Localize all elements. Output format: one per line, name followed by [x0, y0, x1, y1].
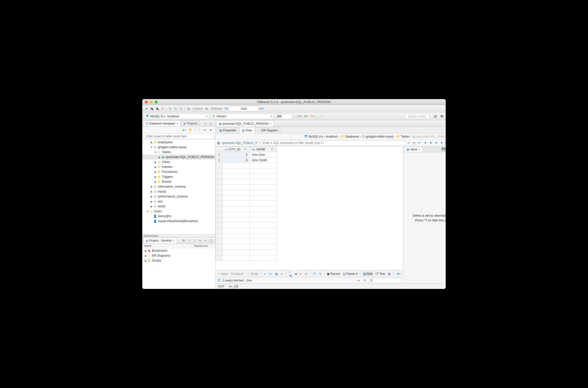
new-conn-icon[interactable]: ⬈+ — [182, 127, 187, 132]
project-item[interactable]: ▶⛬ER Diagrams — [142, 253, 215, 258]
link-editor-icon[interactable]: ⇆ — [203, 127, 207, 132]
tree-node[interactable]: ▶☰information_schema — [142, 184, 215, 189]
disconnect-icon[interactable]: 🔌 — [155, 106, 160, 111]
project-item[interactable]: ▶🔖Bookmarks — [142, 248, 215, 253]
new-connection-icon[interactable]: ⬈ — [144, 106, 149, 111]
txn-mode-icon[interactable]: T▾ — [224, 106, 229, 111]
tree-node[interactable]: ▼☰gridgain-kafka-mysql — [142, 145, 215, 150]
bc-database[interactable]: ☰gridgain-kafka-mysql — [362, 135, 393, 138]
tree-node[interactable]: 👤demo@% — [142, 214, 215, 219]
tab-project-general[interactable]: ▣ Project - General ✕ — [143, 238, 177, 243]
close-tab-icon[interactable]: ✕ — [176, 122, 178, 125]
grid-mode-button[interactable]: ▦Grid — [362, 272, 373, 276]
close-tab-icon[interactable]: ✕ — [173, 239, 175, 242]
row-add-icon[interactable]: ≡ — [263, 272, 267, 276]
project-item[interactable]: ▶📜Scripts — [142, 258, 215, 263]
expand-filter-icon[interactable]: ⤢ — [407, 141, 412, 146]
save-button[interactable]: ✓Save — [217, 272, 229, 276]
rollback-label[interactable]: Rollback — [210, 107, 223, 110]
maximize-view-icon[interactable]: ▢ — [208, 121, 213, 126]
filter-clear-icon[interactable]: ▼ — [434, 141, 439, 146]
row-delete-icon[interactable]: ▦ — [274, 272, 279, 276]
tree-node[interactable]: ▶📁Indexes — [142, 164, 215, 169]
rollback-icon[interactable]: ▣ — [204, 106, 209, 111]
expand-icon[interactable]: ⊞ — [192, 238, 197, 243]
txn-mode-combo[interactable]: Auto — [229, 106, 258, 111]
import-icon[interactable]: ⇲ — [318, 272, 322, 276]
quick-access-input[interactable]: Quick Access — [405, 114, 429, 119]
filter-remove-icon[interactable]: ▼ — [428, 141, 433, 146]
commit-icon[interactable]: ▣ — [186, 106, 191, 111]
txn-history-icon[interactable]: ⟳▾ — [259, 106, 264, 111]
minimize-view-icon[interactable]: ─ — [203, 121, 208, 126]
tree-node[interactable]: ▶☰mysql — [142, 189, 215, 194]
tree-scrollbar[interactable] — [142, 234, 215, 237]
sql-editor-new-icon[interactable]: ⎘ — [173, 106, 178, 111]
tree-node[interactable]: ▶📁employees — [142, 140, 215, 145]
connect-icon[interactable]: 🔌 — [149, 106, 154, 111]
subtab-er-diagram[interactable]: ⛬ER Diagram — [255, 127, 281, 133]
script-button[interactable]: 📄Script — [245, 272, 259, 276]
text-mode-button[interactable]: <TText — [374, 272, 386, 276]
tree-node[interactable]: 👤mysql.infoschema@localhost — [142, 219, 215, 224]
col-name-header[interactable]: Name — [142, 244, 192, 248]
sql-editor-icon[interactable]: ⎘ — [168, 106, 173, 111]
tree-node[interactable]: ▼🗂Users — [142, 209, 215, 214]
tree-node[interactable]: ▶☰performance_schema — [142, 194, 215, 199]
col-datasource-header[interactable]: DataSource — [192, 244, 210, 248]
sql-filter-input[interactable] — [261, 141, 406, 146]
navigator-tree[interactable]: ▶📁employees▼☰gridgain-kafka-mysql▼🗂Table… — [142, 140, 215, 234]
dbeaver-perspective-icon[interactable]: 🐿 — [439, 114, 444, 119]
invalidate-icon[interactable]: ⤫ — [160, 106, 165, 111]
row-copy-icon[interactable]: ≡+ — [268, 272, 273, 276]
tree-node[interactable]: ▶📁Events — [142, 179, 215, 184]
value-tab[interactable]: ▣ Value ✕ — [404, 147, 423, 152]
record-button[interactable]: ▣Record — [326, 272, 341, 276]
save-value-icon[interactable]: 💾 — [441, 147, 446, 152]
row-limit-input[interactable] — [275, 114, 292, 119]
data-grid[interactable]: 123CITY_ID▼ ↕ABCNAME▼ ↕13John Doe24John … — [216, 146, 403, 270]
cancel-button[interactable]: ✕Cancel — [230, 272, 244, 276]
search-icon[interactable]: ✎▾ — [310, 114, 315, 119]
new-folder-icon[interactable]: 📁 — [188, 127, 193, 132]
filter-settings-icon[interactable]: ▼ — [439, 141, 444, 146]
history-icon[interactable]: ⟳ — [417, 141, 422, 146]
subtab-data[interactable]: ▦Data — [239, 127, 255, 133]
tree-node[interactable]: ▶📁Triggers — [142, 174, 215, 179]
schema-combo[interactable]: ☰ <None> ▾ — [211, 114, 274, 119]
bc-tables[interactable]: 📁Tables — [396, 135, 409, 138]
tab-database-navigator[interactable]: ☰ Database Navigator ✕ — [143, 121, 180, 126]
scroll-icon[interactable]: ⇔ — [356, 278, 361, 283]
tree-node[interactable]: ▶☰sys — [142, 199, 215, 204]
undo-icon[interactable]: ↶ — [319, 114, 324, 119]
filter-tab-label[interactable]: quickstart-SQL_PUBLIC_P — [221, 141, 258, 145]
first-page-icon[interactable]: |◀ — [288, 270, 293, 278]
tree-node[interactable]: ▶📁Procedures — [142, 169, 215, 174]
panels-button[interactable]: ▥Panels ▾ — [342, 272, 359, 276]
calc-icon[interactable]: ▦ — [387, 272, 392, 276]
tree-node[interactable]: ▼🗂Tables — [142, 150, 215, 155]
refresh-count-icon[interactable]: ⟳ — [362, 278, 367, 283]
row-dup-icon[interactable]: ≡- — [280, 272, 284, 276]
prev-page-icon[interactable]: ◀ — [294, 272, 298, 276]
filter-add-icon[interactable]: ▼ — [423, 141, 428, 146]
refresh-icon[interactable]: ⟳▾ — [297, 114, 302, 119]
link-icon[interactable]: ⇆ — [198, 238, 203, 243]
perspective-icon[interactable]: ▦ — [433, 114, 438, 119]
tab-projects[interactable]: ▣ Projects — [181, 121, 200, 126]
minimize-view-icon[interactable]: ─ — [203, 238, 208, 243]
view-menu-icon[interactable]: ▾ — [208, 127, 213, 132]
bc-connection[interactable]: 🐬MySQL 8.x - localhost — [304, 135, 337, 138]
row-count-input[interactable] — [369, 278, 401, 283]
next-page-icon[interactable]: ▶ — [299, 272, 303, 276]
tree-filter-input[interactable] — [144, 134, 214, 139]
collapse-icon[interactable]: ⊟ — [187, 238, 192, 243]
last-page-icon[interactable]: ▶| — [304, 272, 309, 276]
gear-icon[interactable]: ⚙ — [181, 238, 186, 243]
connection-combo[interactable]: 🐬 MySQL 8.x - localhost ▾ — [144, 114, 209, 119]
editor-tab-table[interactable]: ▦ quickstart-SQL_PUBLIC_PERSON ✕ — [217, 121, 274, 126]
collapse-all-icon[interactable]: ☰ — [197, 127, 202, 132]
close-icon[interactable]: ✕ — [418, 148, 420, 151]
bc-table[interactable]: ▦quickstart-SQL_PUBLIC_PERSON — [413, 135, 446, 138]
commit-label[interactable]: Commit — [192, 107, 204, 110]
